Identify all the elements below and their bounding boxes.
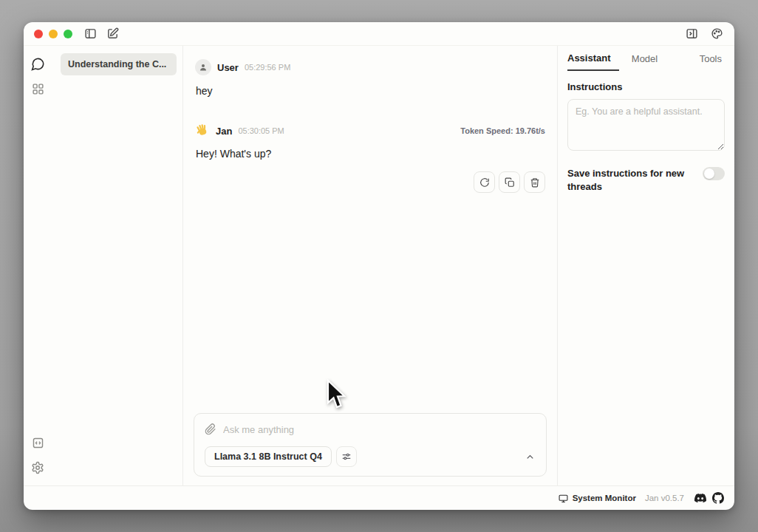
- zoom-window-button[interactable]: [64, 30, 72, 38]
- attach-file-icon[interactable]: [205, 423, 216, 435]
- message-actions: [195, 171, 545, 193]
- user-avatar: [195, 59, 211, 75]
- tab-tools[interactable]: Tools: [670, 46, 725, 71]
- titlebar: [24, 22, 734, 46]
- local-api-server-icon[interactable]: [27, 432, 48, 453]
- chevron-up-icon[interactable]: [525, 451, 536, 463]
- message-text: hey: [196, 85, 545, 97]
- save-instructions-toggle[interactable]: [703, 167, 725, 180]
- copy-icon[interactable]: [499, 171, 520, 193]
- wave-hand-icon: [195, 123, 210, 138]
- message-author: Jan: [216, 126, 232, 137]
- tab-assistant[interactable]: Assistant: [567, 46, 619, 71]
- message-author: User: [217, 62, 239, 73]
- system-monitor-label: System Monitor: [573, 494, 636, 502]
- sidebar-toggle-icon[interactable]: [83, 27, 98, 41]
- threads-nav-icon[interactable]: [27, 53, 48, 74]
- app-version: Jan v0.5.7: [645, 494, 684, 502]
- regenerate-icon[interactable]: [474, 171, 495, 193]
- right-panel-toggle-icon[interactable]: [684, 27, 699, 41]
- status-bar: System Monitor Jan v0.5.7: [24, 485, 734, 510]
- message-text: Hey! What's up?: [196, 148, 545, 160]
- minimize-window-button[interactable]: [49, 30, 58, 38]
- right-panel: Assistant Model Tools Instructions Save …: [558, 46, 734, 485]
- message-user: User 05:29:56 PM hey: [195, 59, 545, 97]
- save-instructions-label: Save instructions for new threads: [567, 167, 686, 194]
- new-thread-icon[interactable]: [105, 27, 120, 41]
- thread-list: Understanding the C...: [52, 46, 183, 485]
- left-rail: [24, 46, 52, 485]
- theme-palette-icon[interactable]: [709, 27, 724, 41]
- thread-list-item[interactable]: Understanding the C...: [61, 53, 177, 75]
- github-icon[interactable]: [712, 492, 724, 504]
- monitor-icon: [559, 494, 568, 503]
- system-monitor-button[interactable]: System Monitor: [559, 494, 636, 503]
- message-timestamp: 05:29:56 PM: [245, 63, 290, 72]
- chat-input-box: Llama 3.1 8B Instruct Q4: [194, 413, 547, 477]
- traffic-lights: [34, 30, 72, 38]
- token-speed: Token Speed: 19.76t/s: [460, 126, 545, 135]
- close-window-button[interactable]: [34, 30, 43, 38]
- message-assistant: Jan 05:30:05 PM Token Speed: 19.76t/s He…: [195, 123, 545, 193]
- model-selector[interactable]: Llama 3.1 8B Instruct Q4: [205, 446, 332, 467]
- hub-nav-icon[interactable]: [27, 78, 48, 99]
- delete-icon[interactable]: [524, 171, 545, 193]
- message-list: User 05:29:56 PM hey Jan 05:30:05 PM Tok…: [183, 46, 557, 413]
- app-window: Understanding the C... User 05:29:56 PM …: [24, 22, 734, 510]
- discord-icon[interactable]: [694, 492, 706, 504]
- right-panel-tabs: Assistant Model Tools: [558, 46, 734, 71]
- chat-input[interactable]: [223, 424, 536, 435]
- instructions-label: Instructions: [567, 81, 725, 92]
- model-settings-icon[interactable]: [336, 446, 357, 467]
- message-timestamp: 05:30:05 PM: [238, 126, 284, 135]
- settings-gear-icon[interactable]: [27, 457, 48, 478]
- instructions-textarea[interactable]: [567, 99, 725, 151]
- tab-model[interactable]: Model: [619, 46, 671, 71]
- chat-panel: User 05:29:56 PM hey Jan 05:30:05 PM Tok…: [183, 46, 558, 485]
